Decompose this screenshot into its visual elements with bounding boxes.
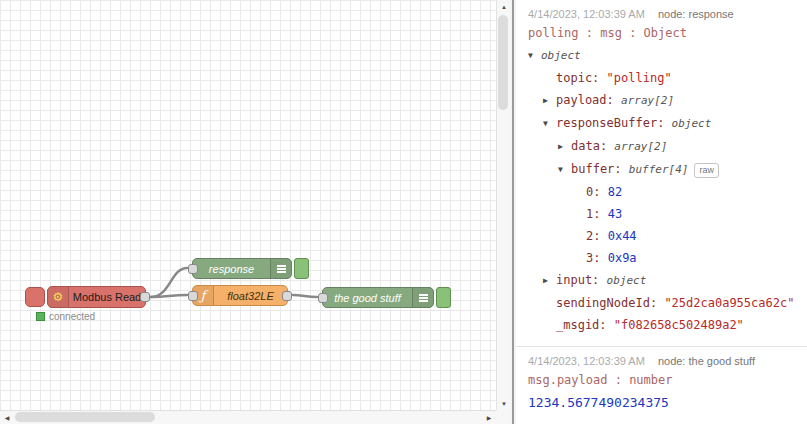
debug-tree-row: ▶payload: array[2] xyxy=(528,89,799,112)
expand-arrow-icon[interactable]: ▶ xyxy=(558,136,571,158)
tree-key: 2: xyxy=(586,229,608,243)
modbus-icon-region: ⚙ xyxy=(48,287,69,307)
scroll-down-button[interactable]: ▼ xyxy=(497,397,511,410)
horizontal-scroll-thumb[interactable] xyxy=(15,412,155,422)
expand-arrow-icon[interactable]: ▼ xyxy=(528,45,541,67)
debug-tree-row: topic: "polling" xyxy=(528,67,799,89)
expand-arrow-icon[interactable]: ▶ xyxy=(543,90,556,112)
tree-value: "25d2ca0a955ca62c" xyxy=(664,296,794,310)
good-stuff-icon-region xyxy=(412,288,433,307)
tree-value: object xyxy=(672,117,712,130)
tree-value: "polling" xyxy=(607,71,672,85)
message-path: msg.payload : number xyxy=(528,373,799,387)
modbus-mini-node[interactable] xyxy=(25,287,45,307)
debug-tree-row: 0: 82 xyxy=(528,181,799,203)
tree-key: _msgid: xyxy=(556,318,614,332)
good-stuff-debug-node[interactable]: the good stuff xyxy=(322,287,434,308)
debug-tree-row: ▶input: object xyxy=(528,269,799,292)
debug-tree-row: _msgid: "f082658c502489a2" xyxy=(528,314,799,336)
scroll-up-button[interactable]: ▲ xyxy=(497,0,511,13)
expand-arrow-icon[interactable]: ▶ xyxy=(543,270,556,292)
wire xyxy=(151,268,187,297)
tree-key: topic: xyxy=(556,71,607,85)
message-path: polling : msg : Object xyxy=(528,26,799,40)
tree-key: sendingNodeId: xyxy=(556,296,664,310)
debug-message: 4/14/2023, 12:03:39 AM node: response po… xyxy=(516,0,807,347)
wire-layer xyxy=(0,0,496,410)
vertical-scroll-thumb[interactable] xyxy=(498,15,508,110)
tree-value: buffer[4] xyxy=(629,163,689,176)
debug-tree-row: ▶data: array[2] xyxy=(528,135,799,158)
response-input-port[interactable] xyxy=(188,264,198,274)
float32le-input-port[interactable] xyxy=(188,291,198,301)
tree-value: array[2] xyxy=(621,94,674,107)
separator-line xyxy=(512,0,514,424)
debug-tree-row: ▼buffer: buffer[4]raw xyxy=(528,158,799,181)
wire xyxy=(293,295,317,297)
modbus-status-text: connected xyxy=(49,311,95,322)
tree-key: data: xyxy=(571,139,614,153)
modbus-node-label: Modbus Read xyxy=(69,287,145,307)
tree-key: payload: xyxy=(556,93,621,107)
tree-key: responseBuffer: xyxy=(556,116,672,130)
debug-lines-icon xyxy=(277,265,286,267)
debug-message: 4/14/2023, 12:03:39 AM node: the good st… xyxy=(516,347,807,420)
debug-tree-row: ▼object xyxy=(528,44,799,67)
scroll-left-button[interactable]: ◀ xyxy=(0,411,14,424)
tree-value: 82 xyxy=(608,185,622,199)
good-stuff-debug-toggle-button[interactable] xyxy=(436,287,451,308)
modbus-status: connected xyxy=(36,311,95,322)
debug-message-meta: 4/14/2023, 12:03:39 AM node: the good st… xyxy=(528,355,799,367)
tree-value: 0x9a xyxy=(608,251,637,265)
response-icon-region xyxy=(270,259,291,278)
debug-tree-row: 3: 0x9a xyxy=(528,247,799,269)
float32le-function-node[interactable]: ƒ float32LE xyxy=(192,285,288,306)
response-debug-node[interactable]: response xyxy=(192,258,292,279)
debug-sidebar: 4/14/2023, 12:03:39 AM node: response po… xyxy=(516,0,807,424)
expand-arrow-icon[interactable]: ▼ xyxy=(558,159,571,181)
scrollbar-corner xyxy=(496,410,510,424)
float32le-node-label: float32LE xyxy=(214,286,287,305)
scroll-right-button[interactable]: ▶ xyxy=(482,411,496,424)
gear-icon: ⚙ xyxy=(53,291,64,303)
raw-button[interactable]: raw xyxy=(694,163,719,178)
flow-canvas[interactable]: ⚙ Modbus Read connected response ƒ float… xyxy=(0,0,496,410)
tree-value: "f082658c502489a2" xyxy=(614,318,744,332)
tree-key: 1: xyxy=(586,207,608,221)
source-node-ref[interactable]: node: response xyxy=(658,8,734,20)
debug-lines-icon xyxy=(419,294,428,296)
tree-key: buffer: xyxy=(571,162,629,176)
expand-arrow-icon[interactable]: ▼ xyxy=(543,113,556,135)
tree-value: array[2] xyxy=(614,140,667,153)
debug-tree-row: sendingNodeId: "25d2ca0a955ca62c" xyxy=(528,292,799,314)
debug-tree-row: 1: 43 xyxy=(528,203,799,225)
timestamp: 4/14/2023, 12:03:39 AM xyxy=(528,8,645,20)
timestamp: 4/14/2023, 12:03:39 AM xyxy=(528,355,645,367)
debug-tree-row: 2: 0x44 xyxy=(528,225,799,247)
debug-tree: ▼object topic: "polling" ▶payload: array… xyxy=(528,44,799,336)
debug-tree-row: ▼responseBuffer: object xyxy=(528,112,799,135)
payload-value: 1234.5677490234375 xyxy=(528,395,799,410)
modbus-output-port[interactable] xyxy=(140,292,150,302)
tree-value: 0x44 xyxy=(608,229,637,243)
tree-value: 43 xyxy=(608,207,622,221)
good-stuff-node-label: the good stuff xyxy=(323,288,412,307)
tree-key: 3: xyxy=(586,251,608,265)
debug-message-meta: 4/14/2023, 12:03:39 AM node: response xyxy=(528,8,799,20)
function-icon: ƒ xyxy=(201,289,206,302)
good-stuff-input-port[interactable] xyxy=(318,293,328,303)
modbus-read-node[interactable]: ⚙ Modbus Read xyxy=(47,286,146,308)
status-dot-icon xyxy=(36,312,45,321)
response-node-label: response xyxy=(193,259,270,278)
float32le-output-port[interactable] xyxy=(282,291,292,301)
tree-value: object xyxy=(541,49,581,62)
tree-key: input: xyxy=(556,273,607,287)
source-node-ref[interactable]: node: the good stuff xyxy=(658,355,755,367)
response-debug-toggle-button[interactable] xyxy=(294,258,309,279)
tree-key: 0: xyxy=(586,185,608,199)
tree-value: object xyxy=(607,274,647,287)
